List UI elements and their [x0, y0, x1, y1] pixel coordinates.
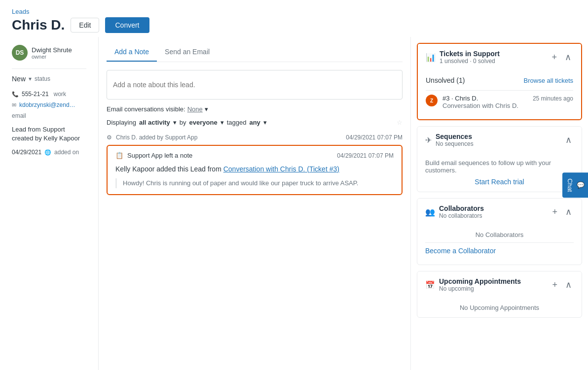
- tickets-subtitle: 1 unsolved · 0 solved: [440, 58, 500, 65]
- globe-icon: 🌐: [44, 149, 51, 156]
- tickets-add-button[interactable]: +: [550, 52, 559, 63]
- collaborators-body: No Collaborators Become a Collaborator: [417, 225, 582, 265]
- note-body: Kelly Kapoor added this Lead from Conver…: [115, 164, 394, 174]
- tickets-title: Tickets in Support: [440, 50, 500, 58]
- email-label: email: [12, 112, 26, 119]
- note-quote: Howdy! Chris is running out of paper and…: [115, 178, 394, 188]
- chat-button[interactable]: 💬 Chat: [562, 172, 588, 198]
- ticket-time: 25 minutes ago: [533, 95, 573, 102]
- note-doc-icon: 📋: [115, 152, 123, 159]
- unsolved-label: Unsolved (1): [426, 76, 465, 84]
- activity-header-text: Chris D. added by Support App: [116, 134, 197, 141]
- collaborators-widget: 👥 Collaborators No collaborators + ∧ No …: [417, 198, 582, 265]
- appointments-collapse-button[interactable]: ∧: [563, 279, 574, 290]
- any-arrow[interactable]: ▾: [263, 119, 267, 126]
- appointments-widget: 📅 Upcoming Appointments No upcoming + ∧ …: [417, 271, 582, 318]
- phone-item: 📞 555-21-21 work: [12, 91, 86, 98]
- email-icon: ✉: [12, 102, 16, 108]
- appointments-actions: + ∧: [550, 279, 574, 290]
- dropdown-arrow: ▾: [205, 105, 208, 113]
- convert-button[interactable]: Convert: [105, 17, 149, 33]
- sequences-icon: ✈: [425, 135, 432, 145]
- by-label: by: [180, 119, 186, 126]
- sequences-widget: ✈ Sequences No sequences ∧ Build email s…: [417, 126, 582, 192]
- tickets-widget-header: 📊 Tickets in Support 1 unsolved · 0 solv…: [418, 44, 581, 70]
- unsolved-row: Unsolved (1) Browse all tickets: [426, 76, 573, 84]
- sequences-collapse-button[interactable]: ∧: [563, 135, 574, 145]
- appointments-icon: 📅: [425, 280, 435, 290]
- note-body-text: Kelly Kapoor added this Lead from: [115, 165, 221, 173]
- email-visible-label: Email conversations visible:: [107, 105, 185, 113]
- browse-tickets-link[interactable]: Browse all tickets: [524, 77, 573, 84]
- sequences-widget-header: ✈ Sequences No sequences ∧: [417, 127, 582, 153]
- tickets-widget: 📊 Tickets in Support 1 unsolved · 0 solv…: [417, 43, 582, 120]
- sequences-title: Sequences: [436, 133, 474, 140]
- added-date: 04/29/2021: [12, 149, 41, 156]
- chat-icon: 💬: [577, 181, 584, 189]
- divider: [12, 68, 86, 69]
- note-input[interactable]: [107, 70, 403, 100]
- no-appointments-text: No Upcoming Appointments: [417, 298, 582, 317]
- added-label: added on: [54, 149, 79, 156]
- email-visible-row: Email conversations visible: None ▾: [107, 105, 403, 113]
- displaying-label: Displaying: [107, 119, 136, 126]
- collaborators-widget-header: 👥 Collaborators No collaborators + ∧: [417, 199, 582, 225]
- sequences-subtitle: No sequences: [436, 140, 474, 147]
- collaborators-title: Collaborators: [439, 204, 484, 212]
- email-item: ✉ kdobrzynski@zendesk.co...: [12, 101, 86, 108]
- tagged-label: tagged: [227, 119, 247, 126]
- collaborators-add-button[interactable]: +: [550, 207, 559, 217]
- lead-source: Lead from Support created by Kelly Kapoo…: [12, 125, 86, 143]
- activity-power-icon: ⚙: [107, 134, 112, 141]
- status-label: status: [35, 75, 50, 82]
- status-row: New ▾ status: [12, 75, 86, 83]
- note-link[interactable]: Conversation with Chris D. (Ticket #3): [223, 165, 339, 173]
- owner-row: DS Dwight Shrute owner: [12, 45, 86, 61]
- status-value: New: [12, 75, 26, 83]
- star-icon[interactable]: ☆: [397, 119, 403, 126]
- appointments-title: Upcoming Appointments: [439, 277, 521, 285]
- email-value: kdobrzynski@zendesk.co...: [19, 101, 78, 108]
- appointments-add-button[interactable]: +: [550, 280, 559, 290]
- note-card: 📋 Support App left a note 04/29/2021 07:…: [107, 145, 403, 195]
- filters-row: Displaying all activity ▾ by everyone ▾ …: [107, 119, 403, 126]
- activity-arrow[interactable]: ▾: [173, 119, 177, 126]
- chat-label: Chat: [566, 178, 574, 192]
- phone-icon: 📞: [12, 91, 19, 98]
- breadcrumb[interactable]: Leads: [12, 8, 576, 15]
- owner-name: Dwight Shrute: [32, 46, 72, 54]
- no-collaborators-text: No Collaborators: [425, 231, 574, 238]
- all-activity-filter[interactable]: all activity: [139, 119, 170, 126]
- ticket-title: #3 · Chris D.: [442, 95, 478, 102]
- everyone-filter[interactable]: everyone: [189, 119, 218, 126]
- tickets-collapse-button[interactable]: ∧: [563, 52, 573, 63]
- phone-value: 555-21-21: [22, 91, 49, 98]
- left-sidebar: DS Dwight Shrute owner New ▾ status 📞 55…: [0, 37, 99, 370]
- center-content: Add a Note Send an Email Email conversat…: [99, 37, 410, 370]
- edit-button[interactable]: Edit: [71, 18, 99, 33]
- tab-send-email[interactable]: Send an Email: [157, 43, 218, 62]
- appointments-widget-header: 📅 Upcoming Appointments No upcoming + ∧: [417, 271, 582, 298]
- owner-role: owner: [32, 54, 72, 60]
- collaborators-icon: 👥: [425, 207, 435, 217]
- email-label-item: email: [12, 112, 86, 119]
- any-filter[interactable]: any: [249, 119, 260, 126]
- added-on: 04/29/2021 🌐 added on: [12, 149, 86, 156]
- sequences-body: Build email sequences to follow up with …: [417, 153, 582, 192]
- ticket-avatar: Z: [426, 95, 438, 106]
- sequences-cta[interactable]: Start Reach trial: [425, 178, 574, 186]
- ticket-item: Z #3 · Chris D. 25 minutes ago Conversat…: [426, 90, 573, 113]
- appointments-subtitle: No upcoming: [439, 285, 521, 292]
- email-visible-value[interactable]: None: [187, 105, 203, 113]
- sequences-actions: ∧: [563, 135, 574, 145]
- sequences-text: Build email sequences to follow up with …: [425, 159, 574, 174]
- page-header: Leads Chris D. Edit Convert: [0, 0, 588, 37]
- ticket-info: #3 · Chris D. 25 minutes ago Conversatio…: [442, 95, 573, 109]
- collaborators-actions: + ∧: [550, 206, 574, 217]
- right-sidebar: 📊 Tickets in Support 1 unsolved · 0 solv…: [410, 37, 588, 370]
- tab-add-note[interactable]: Add a Note: [107, 43, 157, 62]
- become-collaborator-link[interactable]: Become a Collaborator: [425, 242, 574, 259]
- collaborators-collapse-button[interactable]: ∧: [563, 206, 574, 217]
- everyone-arrow[interactable]: ▾: [220, 119, 224, 126]
- tickets-icon: 📊: [426, 53, 436, 62]
